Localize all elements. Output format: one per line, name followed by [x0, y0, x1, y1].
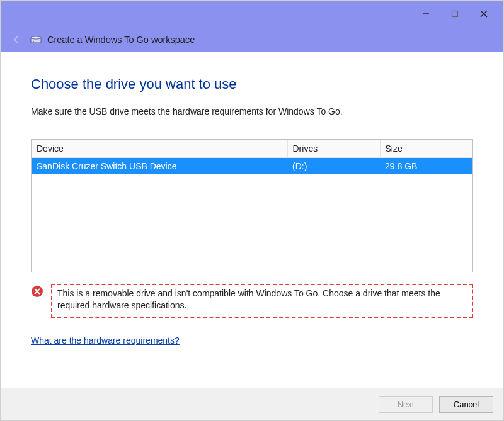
cancel-button[interactable]: Cancel	[439, 396, 493, 413]
error-icon	[31, 285, 43, 300]
svg-rect-1	[452, 11, 458, 17]
column-header-drives[interactable]: Drives	[287, 140, 380, 158]
minimize-icon	[422, 10, 430, 18]
maximize-button[interactable]	[440, 4, 469, 24]
error-text: This is a removable drive and isn't comp…	[51, 284, 473, 318]
titlebar	[1, 1, 503, 27]
wizard-header: Create a Windows To Go workspace	[1, 27, 503, 52]
error-message-block: This is a removable drive and isn't comp…	[31, 284, 473, 318]
hardware-requirements-link[interactable]: What are the hardware requirements?	[31, 335, 180, 345]
cell-device: SanDisk Cruzer Switch USB Device	[32, 158, 287, 175]
wizard-footer: Next Cancel	[1, 388, 503, 420]
maximize-icon	[451, 10, 459, 18]
wizard-window: Create a Windows To Go workspace Choose …	[0, 0, 504, 421]
cell-size: 29.8 GB	[380, 158, 472, 175]
wizard-title: Create a Windows To Go workspace	[47, 35, 195, 45]
drive-list[interactable]: Device Drives Size SanDisk Cruzer Switch…	[31, 139, 473, 272]
table-row[interactable]: SanDisk Cruzer Switch USB Device (D:) 29…	[32, 158, 472, 175]
column-header-device[interactable]: Device	[32, 140, 287, 158]
next-button[interactable]: Next	[379, 396, 433, 413]
close-icon	[480, 10, 488, 18]
svg-point-5	[31, 36, 41, 39]
column-header-size[interactable]: Size	[380, 140, 472, 158]
cell-drives: (D:)	[287, 158, 380, 175]
back-arrow-icon	[11, 34, 23, 45]
wizard-body: Choose the drive you want to use Make su…	[1, 52, 503, 346]
page-heading: Choose the drive you want to use	[31, 76, 473, 93]
minimize-button[interactable]	[411, 4, 440, 24]
app-icon	[30, 33, 42, 46]
svg-point-6	[33, 41, 34, 42]
drive-icon	[30, 33, 42, 46]
page-instruction: Make sure the USB drive meets the hardwa…	[31, 106, 473, 116]
close-button[interactable]	[469, 4, 498, 24]
back-button[interactable]	[9, 32, 25, 47]
